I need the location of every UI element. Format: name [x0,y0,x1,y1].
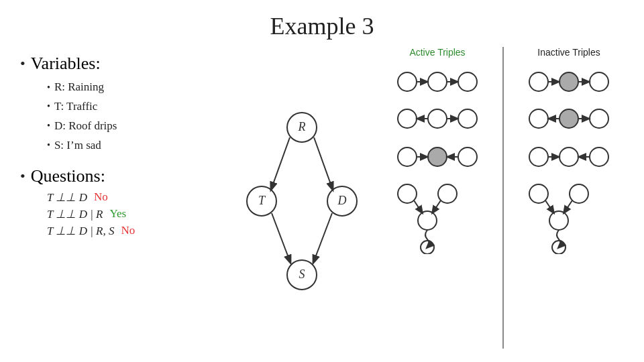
variables-label: Variables: [31,54,101,74]
svg-point-18 [428,109,447,128]
page-title: Example 3 [0,0,644,40]
svg-point-17 [398,109,417,128]
questions-header: • Questions: [20,166,228,186]
svg-text:D: D [337,194,347,207]
svg-line-11 [313,213,332,263]
svg-point-12 [398,72,417,91]
inactive-triples-column: Inactive Triples [507,47,631,349]
svg-point-35 [590,72,608,91]
svg-point-38 [529,109,548,128]
answer-1: No [94,190,108,204]
question-1: T ⊥⊥ D No [47,190,228,204]
svg-text:S: S [299,267,305,281]
variables-header: • Variables: [20,54,228,74]
questions-label: Questions: [31,166,105,186]
svg-line-9 [314,137,333,190]
svg-point-39 [559,109,578,128]
svg-point-27 [398,184,417,203]
svg-point-14 [458,72,477,91]
bayesian-network-graph: R T D S [235,94,369,308]
list-item: •R: Raining [47,78,228,97]
variables-section: • Variables: •R: Raining •T: Traffic •D:… [20,54,228,156]
svg-line-31 [414,200,422,213]
answer-2: Yes [109,207,126,221]
svg-point-24 [458,147,477,166]
list-item: •S: I’m sad [47,136,228,156]
svg-point-33 [529,72,548,91]
question-3: T ⊥⊥ D | R, S No [47,224,228,238]
svg-point-23 [428,147,447,166]
active-triples-column: Active Triples [376,47,499,349]
svg-line-10 [272,213,290,263]
answer-3: No [121,224,135,237]
svg-point-48 [529,184,548,203]
question-2: T ⊥⊥ D | R Yes [47,207,228,221]
svg-point-34 [559,72,578,91]
list-item: •D: Roof drips [47,117,228,136]
svg-point-22 [398,147,417,166]
active-triple-4 [394,180,481,254]
inactive-triple-2 [525,100,612,137]
triples-area: Active Triples [376,47,631,349]
column-divider [502,47,504,349]
svg-point-29 [418,211,437,230]
list-item: •T: Traffic [47,97,228,117]
questions-section: • Questions: T ⊥⊥ D No T ⊥⊥ D | R Yes T … [20,166,228,238]
inactive-triple-3 [525,137,612,180]
svg-point-13 [428,72,447,91]
svg-point-28 [438,184,457,203]
svg-line-32 [433,200,441,213]
active-triple-3 [394,137,481,180]
formula-2: T ⊥⊥ D | R [47,207,103,221]
svg-line-53 [564,200,572,213]
inactive-triple-1 [525,63,612,100]
svg-point-45 [590,147,608,166]
left-panel: • Variables: •R: Raining •T: Traffic •D:… [20,47,228,349]
formula-3: T ⊥⊥ D | R, S [47,224,114,238]
inactive-triples-header: Inactive Triples [537,47,600,58]
svg-line-8 [271,137,290,190]
inactive-triple-4 [525,180,612,254]
svg-point-40 [590,109,608,128]
svg-text:R: R [298,120,306,133]
variables-list: •R: Raining •T: Traffic •D: Roof drips •… [47,78,228,156]
svg-point-49 [570,184,588,203]
svg-point-44 [559,147,578,166]
svg-point-50 [549,211,568,230]
active-triple-2 [394,100,481,137]
formula-1: T ⊥⊥ D [47,190,87,204]
svg-point-19 [458,109,477,128]
svg-point-43 [529,147,548,166]
svg-line-52 [545,200,553,213]
active-triples-header: Active Triples [409,47,465,58]
graph-panel: R T D S [228,47,376,349]
active-triple-1 [394,63,481,100]
